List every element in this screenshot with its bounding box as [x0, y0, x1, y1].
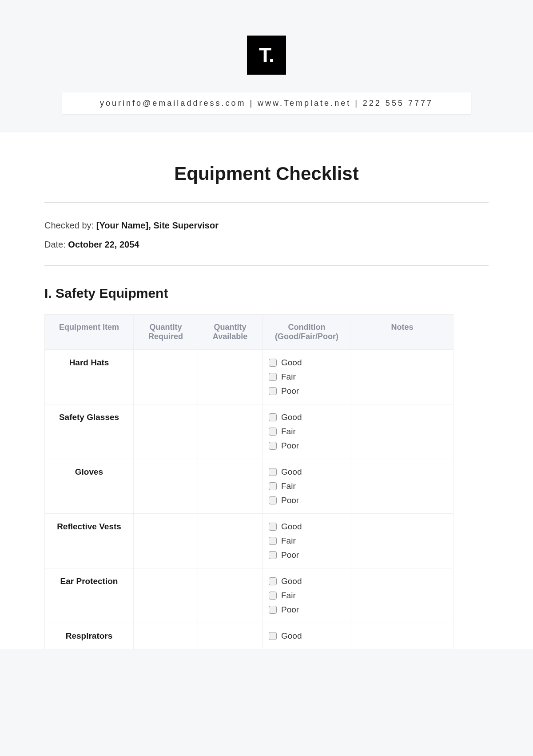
quantity-available-cell[interactable] [198, 514, 263, 568]
checkbox-icon[interactable] [269, 577, 277, 585]
header-condition: Condition (Good/Fair/Poor) [263, 315, 351, 350]
equipment-item-name: Respirators [45, 623, 134, 649]
notes-cell[interactable] [351, 350, 453, 404]
contact-info-bar: yourinfo@emailaddress.com | www.Template… [62, 92, 471, 114]
notes-cell[interactable] [351, 459, 453, 514]
table-row: RespiratorsGood [45, 623, 453, 649]
equipment-table: Equipment Item Quantity Required Quantit… [44, 314, 453, 649]
quantity-required-cell[interactable] [134, 623, 198, 649]
condition-option-good: Good [269, 358, 345, 368]
checkbox-icon[interactable] [269, 523, 277, 531]
checkbox-icon[interactable] [269, 632, 277, 640]
checkbox-icon[interactable] [269, 413, 277, 421]
condition-option-poor: Poor [269, 550, 345, 560]
notes-cell[interactable] [351, 404, 453, 459]
condition-label: Good [281, 412, 302, 422]
date-value: October 22, 2054 [68, 240, 139, 249]
checkbox-icon[interactable] [269, 606, 277, 614]
condition-option-poor: Poor [269, 386, 345, 396]
checked-by-label: Checked by: [44, 220, 96, 230]
checkbox-icon[interactable] [269, 359, 277, 367]
condition-label: Good [281, 631, 302, 641]
condition-option-fair: Fair [269, 536, 345, 546]
condition-option-good: Good [269, 412, 345, 422]
condition-label: Fair [281, 427, 296, 436]
condition-label: Good [281, 522, 302, 532]
quantity-required-cell[interactable] [134, 514, 198, 568]
checkbox-icon[interactable] [269, 592, 277, 600]
checkbox-icon[interactable] [269, 496, 277, 504]
condition-option-poor: Poor [269, 441, 345, 451]
equipment-item-name: Safety Glasses [45, 404, 134, 459]
page-title: Equipment Checklist [44, 163, 489, 184]
condition-cell: GoodFairPoor [263, 568, 351, 623]
condition-cell: GoodFairPoor [263, 514, 351, 568]
condition-label: Poor [281, 496, 299, 505]
table-row: Reflective VestsGoodFairPoor [45, 514, 453, 568]
checkbox-icon[interactable] [269, 468, 277, 476]
checkbox-icon[interactable] [269, 387, 277, 395]
condition-option-fair: Fair [269, 481, 345, 491]
table-header-row: Equipment Item Quantity Required Quantit… [45, 315, 453, 350]
quantity-available-cell[interactable] [198, 350, 263, 404]
date-label: Date: [44, 240, 68, 249]
checkbox-icon[interactable] [269, 442, 277, 450]
condition-option-fair: Fair [269, 427, 345, 436]
quantity-available-cell[interactable] [198, 459, 263, 514]
equipment-item-name: Reflective Vests [45, 514, 134, 568]
condition-option-fair: Fair [269, 591, 345, 600]
quantity-available-cell[interactable] [198, 568, 263, 623]
quantity-required-cell[interactable] [134, 459, 198, 514]
title-divider [44, 202, 489, 203]
condition-label: Good [281, 576, 302, 586]
checkbox-icon[interactable] [269, 551, 277, 559]
date-line: Date: October 22, 2054 [44, 240, 489, 250]
table-row: Ear ProtectionGoodFairPoor [45, 568, 453, 623]
condition-cell: GoodFairPoor [263, 459, 351, 514]
quantity-required-cell[interactable] [134, 568, 198, 623]
checkbox-icon[interactable] [269, 428, 277, 436]
condition-label: Poor [281, 550, 299, 560]
equipment-item-name: Gloves [45, 459, 134, 514]
condition-option-good: Good [269, 576, 345, 586]
checkbox-icon[interactable] [269, 482, 277, 490]
condition-option-good: Good [269, 467, 345, 477]
document-body: Equipment Checklist Checked by: [Your Na… [0, 132, 533, 649]
header-quantity-available: Quantity Available [198, 315, 263, 350]
notes-cell[interactable] [351, 514, 453, 568]
quantity-required-cell[interactable] [134, 350, 198, 404]
checkbox-icon[interactable] [269, 373, 277, 381]
quantity-available-cell[interactable] [198, 623, 263, 649]
condition-option-poor: Poor [269, 605, 345, 615]
brand-logo-text: T. [259, 43, 274, 67]
header-area: T. yourinfo@emailaddress.com | www.Templ… [0, 0, 533, 132]
condition-option-good: Good [269, 631, 345, 641]
condition-label: Fair [281, 536, 296, 546]
section-heading: I. Safety Equipment [44, 286, 489, 301]
condition-option-good: Good [269, 522, 345, 532]
header-equipment-item: Equipment Item [45, 315, 134, 350]
condition-label: Poor [281, 605, 299, 615]
condition-cell: GoodFairPoor [263, 404, 351, 459]
checkbox-icon[interactable] [269, 537, 277, 545]
header-notes: Notes [351, 315, 453, 350]
table-row: Hard HatsGoodFairPoor [45, 350, 453, 404]
checked-by-line: Checked by: [Your Name], Site Supervisor [44, 220, 489, 231]
condition-option-poor: Poor [269, 496, 345, 505]
checked-by-value: [Your Name], Site Supervisor [96, 220, 219, 230]
notes-cell[interactable] [351, 568, 453, 623]
condition-label: Poor [281, 441, 299, 451]
notes-cell[interactable] [351, 623, 453, 649]
condition-label: Good [281, 358, 302, 368]
condition-label: Fair [281, 481, 296, 491]
condition-label: Good [281, 467, 302, 477]
condition-label: Fair [281, 591, 296, 600]
meta-divider [44, 265, 489, 266]
table-row: Safety GlassesGoodFairPoor [45, 404, 453, 459]
equipment-item-name: Ear Protection [45, 568, 134, 623]
quantity-available-cell[interactable] [198, 404, 263, 459]
condition-cell: Good [263, 623, 351, 649]
header-quantity-required: Quantity Required [134, 315, 198, 350]
equipment-item-name: Hard Hats [45, 350, 134, 404]
quantity-required-cell[interactable] [134, 404, 198, 459]
